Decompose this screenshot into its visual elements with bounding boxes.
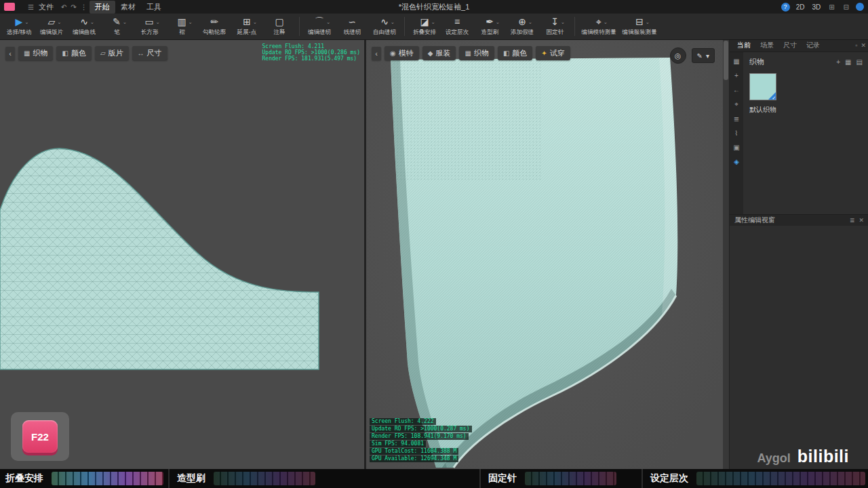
account-icon[interactable] bbox=[856, 3, 864, 11]
tab-3d-tryon[interactable]: ✦ 试穿 bbox=[536, 46, 570, 60]
more-icon[interactable]: ⋮ bbox=[79, 3, 90, 11]
tool-add-basting[interactable]: ⊕⌄ 添加假缝 bbox=[506, 16, 538, 37]
panel-pin-icon[interactable]: ▫ bbox=[855, 42, 857, 49]
sidebar-tab-size[interactable]: 尺寸 bbox=[778, 39, 802, 52]
tool-edit-curve[interactable]: ∿⌄ 编辑曲线 bbox=[68, 16, 100, 37]
draped-cloth-3d[interactable] bbox=[366, 39, 723, 469]
fabric-swatch[interactable]: ✓ bbox=[749, 73, 776, 100]
tool-edit-sewing[interactable]: ⌒⌄ 编辑缝纫 bbox=[303, 16, 336, 37]
tool-pin[interactable]: ↧⌄ 固定针 bbox=[538, 16, 571, 37]
tool-set-layer[interactable]: ≡ 设定层次 bbox=[441, 16, 473, 37]
mode-3d-button[interactable]: 3D bbox=[810, 3, 822, 12]
render-mode-icon[interactable]: ◎ bbox=[670, 47, 686, 64]
dropdown-caret-icon[interactable]: ⌄ bbox=[123, 17, 127, 28]
pattern-piece-2d[interactable] bbox=[0, 39, 364, 469]
tab-2d-pattern[interactable]: ▱ 版片 bbox=[95, 46, 129, 60]
dropdown-caret-icon[interactable]: ⌄ bbox=[561, 17, 565, 28]
view-edit-button[interactable]: ✎ ▾ bbox=[692, 48, 715, 63]
dropdown-caret-icon[interactable]: ⌄ bbox=[25, 17, 29, 28]
sidebar-tab-current[interactable]: 当前 bbox=[732, 39, 755, 52]
pleat-icon: ▥ bbox=[177, 16, 186, 27]
dropdown-caret-icon[interactable]: ⌄ bbox=[604, 17, 608, 28]
tool-trace-outline[interactable]: ✏ 勾勒轮廓 bbox=[198, 16, 231, 37]
bilibili-logo: bilibili bbox=[797, 447, 849, 466]
tab-3d-fabric[interactable]: ▦ 织物 bbox=[459, 46, 494, 60]
dropdown-caret-icon[interactable]: ⌄ bbox=[646, 17, 650, 28]
menu-file[interactable]: ☰ 文件 bbox=[20, 1, 59, 14]
app-logo-icon[interactable] bbox=[4, 3, 15, 11]
menu-icon[interactable]: ≣ bbox=[850, 217, 855, 224]
chevron-down-icon: ▾ bbox=[706, 52, 709, 60]
hotkey-indicator: F22 bbox=[11, 412, 69, 461]
list-view-icon[interactable]: ▤ bbox=[856, 58, 863, 66]
tab-2d-fabric[interactable]: ▦ 织物 bbox=[18, 46, 53, 60]
hotkey-label-pin: 固定针 bbox=[488, 472, 517, 485]
tool-line-sewing[interactable]: ∽ 线缝纫 bbox=[336, 16, 368, 37]
add-fabric-icon[interactable]: + bbox=[836, 58, 840, 66]
toolbar-separator bbox=[574, 17, 575, 36]
size-icon: ↔ bbox=[138, 49, 144, 57]
swatchbook-icon[interactable]: ▣ bbox=[733, 144, 739, 151]
tool-pen[interactable]: ✎⌄ 笔 bbox=[100, 16, 133, 37]
fps-overlay-2d: Screen Flush: 4.211 Update RO FPS: >1000… bbox=[262, 43, 361, 62]
dropdown-caret-icon[interactable]: ⌄ bbox=[156, 17, 160, 28]
trace-outline-icon: ✏ bbox=[210, 16, 218, 27]
dropdown-caret-icon[interactable]: ⌄ bbox=[431, 17, 435, 28]
scrollbar-thumb[interactable] bbox=[724, 41, 728, 80]
dropdown-caret-icon[interactable]: ⌄ bbox=[90, 17, 94, 28]
undo-icon[interactable]: ↶ bbox=[59, 3, 68, 11]
document-title: *混色针织宽松短袖_1 bbox=[399, 2, 470, 12]
tab-3d-garment[interactable]: ◆ 服装 bbox=[422, 46, 456, 60]
menu-start[interactable]: 开始 bbox=[90, 1, 115, 14]
list-icon[interactable]: ≣ bbox=[734, 115, 739, 123]
tool-free-sewing[interactable]: ∿⌄ 自由缝纫 bbox=[368, 16, 401, 37]
main-toolbar: ▶⌄ 选择/移动 ▱⌄ 编辑版片 ∿⌄ 编辑曲线 ✎⌄ 笔 ▭⌄ 长方形 ▥⌄ … bbox=[0, 14, 868, 40]
menu-tools[interactable]: 工具 bbox=[141, 1, 167, 14]
dropdown-caret-icon[interactable]: ⌄ bbox=[253, 17, 257, 28]
library-icon[interactable]: ◈ bbox=[734, 158, 739, 165]
scrollbar-3d[interactable] bbox=[723, 39, 729, 469]
tab-3d-color[interactable]: ◧ 颜色 bbox=[498, 46, 532, 60]
close-icon[interactable]: ✕ bbox=[859, 217, 864, 224]
dropdown-caret-icon[interactable]: ⌄ bbox=[58, 17, 62, 28]
dropdown-caret-icon[interactable]: ⌄ bbox=[528, 17, 532, 28]
assign-icon[interactable]: ← bbox=[733, 86, 740, 94]
tab-2d-color[interactable]: ◧ 颜色 bbox=[56, 46, 91, 60]
tool-extend-point[interactable]: ⊞⌄ 延展-点 bbox=[231, 16, 263, 37]
layout-grid-icon[interactable]: ⊞ bbox=[827, 3, 836, 11]
thread-icon[interactable]: ⌇ bbox=[735, 129, 738, 137]
picker-icon[interactable]: ⌖ bbox=[734, 100, 738, 108]
tab-2d-size[interactable]: ↔ 尺寸 bbox=[132, 46, 167, 60]
collapse-left-icon[interactable]: ‹ bbox=[5, 47, 15, 60]
tool-annotation[interactable]: ▢ 注释 bbox=[263, 16, 296, 37]
add-icon[interactable]: + bbox=[734, 72, 738, 79]
help-icon[interactable]: ? bbox=[781, 3, 790, 12]
color-icon: ◧ bbox=[62, 49, 68, 57]
mode-2d-button[interactable]: 2D bbox=[795, 3, 806, 12]
tool-edit-pattern[interactable]: ▱⌄ 编辑版片 bbox=[35, 16, 68, 37]
tool-edit-model-measure[interactable]: ⌖⌄ 编辑模特测量 bbox=[578, 16, 619, 37]
menu-material[interactable]: 素材 bbox=[115, 1, 141, 14]
tool-pleat[interactable]: ▥⌄ 褶 bbox=[165, 16, 198, 37]
tool-shape-brush[interactable]: ✒⌄ 造型刷 bbox=[473, 16, 506, 37]
right-sidebar: 当前 场景 尺寸 记录 ▫ ✕ ▦ + ← ⌖ ≣ ⌇ ▣ ◈ 织物 bbox=[729, 39, 868, 469]
close-icon[interactable]: ✕ bbox=[861, 42, 866, 49]
tool-select-move[interactable]: ▶⌄ 选择/移动 bbox=[3, 16, 35, 37]
tool-rectangle[interactable]: ▭⌄ 长方形 bbox=[133, 16, 165, 37]
sidebar-tab-record[interactable]: 记录 bbox=[802, 39, 825, 52]
fabric-grid-icon[interactable]: ▦ bbox=[733, 58, 739, 65]
dropdown-caret-icon[interactable]: ⌄ bbox=[496, 17, 500, 28]
dropdown-caret-icon[interactable]: ⌄ bbox=[391, 17, 395, 28]
tool-fold-arrange[interactable]: ◪⌄ 折叠安排 bbox=[408, 16, 441, 37]
layout-split-icon[interactable]: ⊟ bbox=[842, 3, 851, 11]
tool-edit-garment-measure[interactable]: ⊟⌄ 编辑服装测量 bbox=[619, 16, 660, 37]
dropdown-caret-icon[interactable]: ⌄ bbox=[189, 17, 193, 28]
tab-3d-model[interactable]: ◉ 模特 bbox=[384, 46, 419, 60]
redo-icon[interactable]: ↷ bbox=[68, 3, 78, 11]
viewport-2d[interactable]: ‹ ▦ 织物 ◧ 颜色 ▱ 版片 ↔ 尺寸 Screen Flush: 4.21… bbox=[0, 39, 364, 469]
sidebar-tab-scene[interactable]: 场景 bbox=[755, 39, 778, 52]
viewport-3d[interactable]: ‹ ◉ 模特 ◆ 服装 ▦ 织物 ◧ 颜色 ✦ 试穿 ◎ bbox=[366, 39, 723, 469]
collapse-left-icon[interactable]: ‹ bbox=[372, 47, 381, 60]
dropdown-caret-icon[interactable]: ⌄ bbox=[326, 17, 330, 28]
grid-view-icon[interactable]: ▦ bbox=[845, 58, 851, 66]
